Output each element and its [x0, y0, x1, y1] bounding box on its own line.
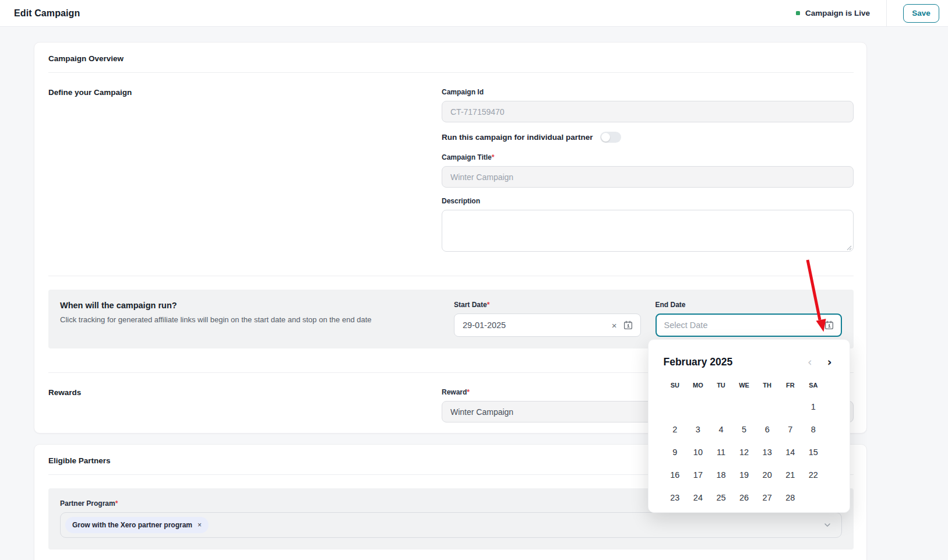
calendar-day-header: SU [664, 375, 687, 395]
calendar-day-empty [732, 395, 756, 418]
start-date-field: Start Date* 29-01-2025 × [454, 301, 641, 337]
page-body: Campaign Overview Define your Campaign C… [0, 27, 948, 560]
calendar-day[interactable]: 13 [756, 441, 779, 463]
clear-date-icon[interactable]: × [612, 321, 617, 330]
description-field: Description [442, 197, 854, 254]
calendar-day-header: TU [710, 375, 733, 395]
campaign-overview-card: Campaign Overview Define your Campaign C… [34, 42, 867, 434]
calendar-day-header: MO [686, 375, 710, 395]
end-date-field: End Date Select Date [656, 301, 843, 337]
calendar-day-header: WE [732, 375, 756, 395]
calendar-month-title: February 2025 [664, 356, 733, 368]
save-button[interactable]: Save [903, 4, 939, 23]
chevron-down-icon[interactable] [823, 520, 832, 530]
page-title: Edit Campaign [14, 8, 80, 19]
schedule-heading: When will the campaign run? [60, 301, 454, 310]
partner-program-select[interactable]: Grow with the Xero partner program × [60, 512, 842, 538]
chip-label: Grow with the Xero partner program [72, 521, 192, 529]
calendar-day[interactable]: 8 [802, 418, 825, 441]
schedule-subheading: Click tracking for generated affiliate l… [60, 315, 454, 324]
calendar-next-month-icon[interactable]: › [827, 357, 832, 368]
reward-value: Winter Campaign [450, 407, 513, 417]
end-date-placeholder: Select Date [664, 320, 824, 330]
campaign-title-input[interactable] [442, 166, 854, 188]
calendar-day-empty [756, 395, 779, 418]
start-date-input[interactable]: 29-01-2025 × [454, 314, 641, 337]
calendar-day[interactable]: 3 [686, 418, 710, 441]
calendar-icon[interactable] [824, 320, 834, 330]
description-label: Description [442, 197, 854, 205]
calendar-day[interactable]: 9 [664, 441, 687, 463]
required-asterisk: * [467, 388, 470, 396]
calendar-day[interactable]: 2 [664, 418, 687, 441]
calendar-day[interactable]: 27 [756, 486, 779, 509]
individual-partner-toggle[interactable] [600, 132, 621, 143]
calendar-day[interactable]: 4 [710, 418, 733, 441]
calendar-day[interactable]: 14 [778, 441, 802, 463]
calendar-day-empty [778, 395, 802, 418]
calendar-day[interactable]: 20 [756, 463, 779, 486]
status-label: Campaign is Live [805, 9, 870, 17]
date-fields: Start Date* 29-01-2025 × [454, 301, 842, 337]
calendar-day[interactable]: 24 [686, 486, 710, 509]
calendar-day[interactable]: 7 [778, 418, 802, 441]
campaign-title-field: Campaign Title* [442, 153, 854, 188]
calendar-day[interactable]: 12 [732, 441, 756, 463]
calendar-day[interactable]: 25 [710, 486, 733, 509]
schedule-text: When will the campaign run? Click tracki… [60, 301, 454, 337]
start-date-value: 29-01-2025 [463, 320, 612, 330]
end-date-label: End Date [656, 301, 843, 309]
rewards-heading: Rewards [48, 388, 442, 422]
define-campaign-heading: Define your Campaign [48, 88, 442, 254]
calendar-day[interactable]: 22 [802, 463, 825, 486]
schedule-section: When will the campaign run? Click tracki… [48, 290, 854, 348]
calendar-day-empty [802, 486, 825, 509]
date-picker-popup: February 2025 ‹ › SUMOTUWETHFRSA12345678… [648, 339, 850, 513]
chip-remove-icon[interactable]: × [198, 521, 202, 529]
calendar-day-empty [710, 395, 733, 418]
status-dot-icon [796, 11, 800, 15]
calendar-day-header: TH [756, 375, 779, 395]
calendar-day[interactable]: 26 [732, 486, 756, 509]
card-heading-overview: Campaign Overview [48, 54, 854, 63]
individual-partner-toggle-label: Run this campaign for individual partner [442, 133, 593, 142]
calendar-day[interactable]: 1 [802, 395, 825, 418]
campaign-title-label: Campaign Title* [442, 153, 854, 161]
calendar-day-header: FR [778, 375, 802, 395]
calendar-day[interactable]: 15 [802, 441, 825, 463]
individual-partner-toggle-row: Run this campaign for individual partner [442, 132, 854, 143]
calendar-day-empty [686, 395, 710, 418]
required-asterisk: * [115, 499, 118, 508]
calendar-icon[interactable] [623, 320, 633, 330]
define-campaign-fields: Campaign Id Run this campaign for indivi… [442, 88, 854, 254]
required-asterisk: * [487, 301, 490, 309]
campaign-id-field: Campaign Id [442, 88, 854, 122]
top-bar: Edit Campaign Campaign is Live Save [0, 0, 948, 27]
toggle-knob [601, 133, 610, 142]
calendar-day[interactable]: 18 [710, 463, 733, 486]
calendar-day-empty [664, 395, 687, 418]
section-divider [48, 276, 854, 276]
calendar-day[interactable]: 11 [710, 441, 733, 463]
header-divider [886, 0, 887, 27]
calendar-prev-month-icon: ‹ [808, 357, 812, 368]
campaign-id-input[interactable] [442, 101, 854, 122]
calendar-day[interactable]: 23 [664, 486, 687, 509]
calendar-day-header: SA [802, 375, 825, 395]
campaign-id-label: Campaign Id [442, 88, 854, 96]
calendar-day[interactable]: 16 [664, 463, 687, 486]
calendar-day[interactable]: 6 [756, 418, 779, 441]
description-textarea[interactable] [442, 210, 854, 252]
start-date-label: Start Date* [454, 301, 641, 309]
calendar-day[interactable]: 28 [778, 486, 802, 509]
partner-program-chip: Grow with the Xero partner program × [65, 517, 209, 533]
calendar-day[interactable]: 10 [686, 441, 710, 463]
calendar-day[interactable]: 19 [732, 463, 756, 486]
required-asterisk: * [492, 153, 495, 161]
calendar-day[interactable]: 17 [686, 463, 710, 486]
calendar-day[interactable]: 5 [732, 418, 756, 441]
campaign-status: Campaign is Live [796, 9, 870, 17]
calendar-day[interactable]: 21 [778, 463, 802, 486]
end-date-input[interactable]: Select Date [656, 314, 843, 337]
calendar-grid: SUMOTUWETHFRSA12345678910111213141516171… [664, 375, 841, 509]
